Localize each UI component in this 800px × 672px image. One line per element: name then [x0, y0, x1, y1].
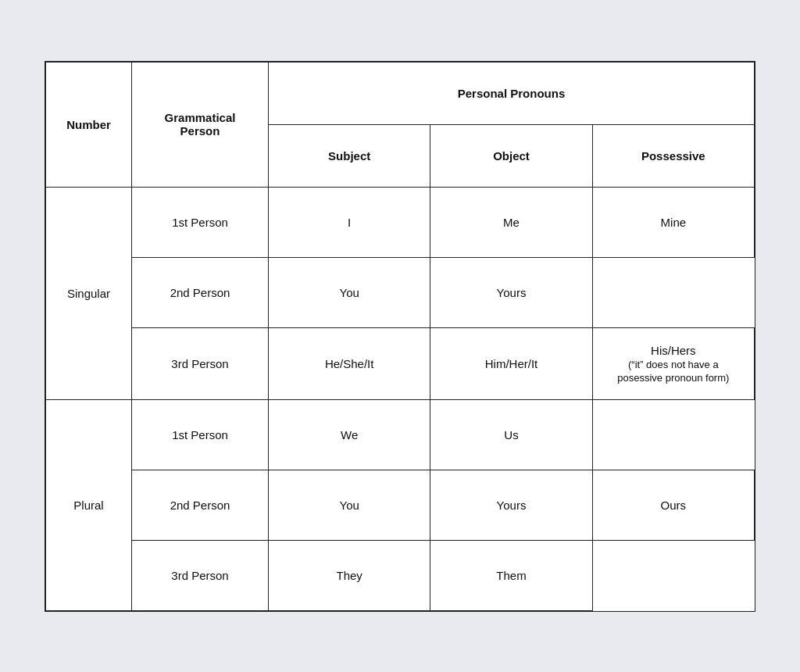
object-cell: Them	[430, 540, 592, 610]
table-row: 3rd PersonHe/She/ItHim/Her/ItHis/Hers(“i…	[46, 327, 755, 399]
col-gram-header: Grammatical Person	[132, 62, 269, 187]
possessive-cell: His/Hers(“it” does not have a posessive …	[592, 327, 754, 399]
gram-cell: 3rd Person	[132, 540, 269, 610]
table-row: 2nd PersonYouYours	[46, 257, 755, 327]
col-possessive-header: Possessive	[592, 124, 754, 187]
col-object-header: Object	[430, 124, 592, 187]
header-row-1: NumberGrammatical PersonPersonal Pronoun…	[46, 62, 755, 124]
subject-cell: You	[269, 257, 430, 327]
col-pronouns-header: Personal Pronouns	[269, 62, 755, 124]
gram-cell: 3rd Person	[132, 327, 269, 399]
col-subject-header: Subject	[269, 124, 430, 187]
number-cell: Singular	[46, 187, 132, 399]
col-number-header: Number	[46, 62, 132, 187]
table-row: Singular1st PersonIMeMine	[46, 187, 755, 257]
subject-cell: They	[269, 540, 430, 610]
gram-cell: 2nd Person	[132, 470, 269, 540]
pronouns-table: NumberGrammatical PersonPersonal Pronoun…	[45, 61, 755, 612]
subject-cell: You	[269, 470, 430, 540]
object-cell: Us	[430, 399, 592, 470]
table-row: Plural1st PersonWeUs	[46, 399, 755, 470]
object-cell: Yours	[430, 470, 592, 540]
subject-cell: I	[269, 187, 430, 257]
possessive-extra-cell: Mine	[592, 187, 754, 257]
gram-cell: 2nd Person	[132, 257, 269, 327]
object-cell: Him/Her/It	[430, 327, 592, 399]
table-row: 2nd PersonYouYoursOurs	[46, 470, 755, 540]
possessive-extra-cell: Ours	[592, 470, 754, 540]
number-cell: Plural	[46, 399, 132, 610]
object-cell: Yours	[430, 257, 592, 327]
subject-cell: He/She/It	[269, 327, 430, 399]
subject-cell: We	[269, 399, 430, 470]
object-cell: Me	[430, 187, 592, 257]
gram-cell: 1st Person	[132, 187, 269, 257]
table-row: 3rd PersonTheyThem	[46, 540, 755, 610]
gram-cell: 1st Person	[132, 399, 269, 470]
